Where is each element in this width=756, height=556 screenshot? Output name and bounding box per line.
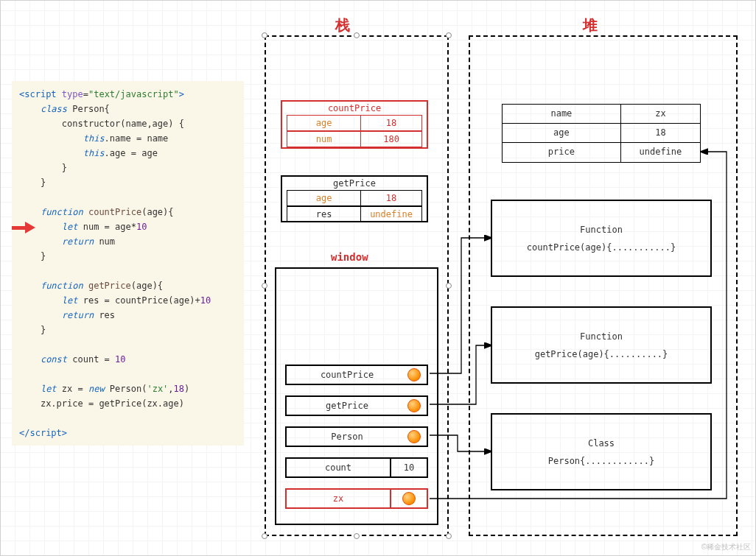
selection-handle-icon [446, 32, 452, 38]
heap-box-title: Function [492, 225, 710, 235]
window-entry-countprice: countPrice [285, 365, 428, 385]
heap-obj-row: namezx [503, 105, 700, 124]
heap-box-title: Function [492, 331, 710, 342]
selection-handle-icon [262, 32, 267, 38]
heap-box-body: Person{............} [492, 456, 710, 466]
heap-box-body: countPrice(age){...........} [492, 242, 710, 253]
selection-handle-icon [354, 32, 360, 38]
stack-header: 栈 [335, 15, 350, 35]
frame-row: res undefine [287, 206, 422, 222]
pointer-dot-icon [407, 430, 421, 443]
window-label: window [331, 251, 368, 263]
frame-title: getPrice [282, 177, 427, 190]
selection-handle-icon [446, 533, 452, 539]
watermark: ©稀金技术社区 [701, 542, 751, 552]
heap-header: 堆 [583, 15, 598, 35]
pointer-dot-icon [407, 368, 421, 381]
window-entry-getprice: getPrice [285, 395, 428, 416]
selection-handle-icon [446, 283, 452, 289]
stack-frame-window: countPrice getPrice Person count 10 zx [275, 267, 438, 525]
frame-row: age 18 [287, 190, 422, 206]
stack-frame-countprice: countPrice age 18 num 180 [281, 100, 428, 149]
pointer-dot-icon [407, 399, 421, 412]
heap-class-person: Class Person{............} [491, 413, 712, 490]
heap-object-zx: namezx age18 priceundefine [502, 104, 701, 163]
selection-handle-icon [354, 533, 360, 539]
stack-frame-getprice: getPrice age 18 res undefine [281, 175, 428, 222]
current-line-arrow-icon [12, 222, 35, 233]
heap-function-countprice: Function countPrice(age){...........} [491, 200, 712, 277]
frame-title: countPrice [282, 102, 427, 115]
window-entry-count: count 10 [285, 457, 428, 478]
frame-row: num 180 [287, 131, 422, 147]
heap-function-getprice: Function getPrice(age){..........} [491, 306, 712, 384]
heap-obj-row: age18 [503, 124, 700, 143]
heap-box-title: Class [492, 438, 710, 448]
heap-box-body: getPrice(age){..........} [492, 349, 710, 359]
window-entry-person: Person [285, 426, 428, 447]
selection-handle-icon [262, 283, 267, 289]
selection-handle-icon [262, 533, 267, 539]
window-entry-zx: zx [285, 488, 428, 509]
code-panel: <script type="text/javascript"> class Pe… [12, 81, 244, 446]
pointer-dot-icon [402, 492, 416, 505]
frame-row: age 18 [287, 115, 422, 131]
heap-obj-row: priceundefine [503, 143, 700, 162]
